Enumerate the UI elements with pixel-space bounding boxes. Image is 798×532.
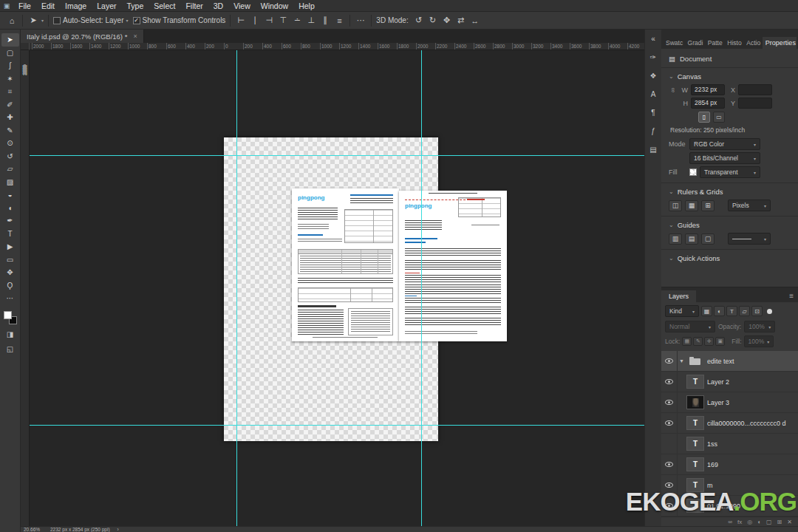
brush-tool[interactable]: ✎: [1, 124, 19, 137]
panel-tab[interactable]: Patte: [705, 37, 724, 49]
show-transform-checkbox[interactable]: ✓: [133, 17, 140, 24]
filter-type-icon[interactable]: T: [726, 306, 737, 316]
history-brush-tool[interactable]: ↺: [1, 150, 19, 163]
layer-effects-icon[interactable]: fx: [737, 519, 742, 525]
align-center-h-icon[interactable]: ∣: [249, 16, 261, 25]
align-middle-icon[interactable]: ∸: [291, 16, 303, 25]
statement-page-2[interactable]: pingpong: [399, 191, 507, 341]
filter-adjustment-icon[interactable]: ◐: [714, 306, 725, 316]
edit-toolbar-icon[interactable]: ⋯: [1, 292, 19, 305]
lasso-tool[interactable]: ʃ: [1, 59, 19, 72]
filter-toggle-icon[interactable]: [767, 309, 772, 314]
move-tool[interactable]: ➤: [1, 33, 19, 47]
link-dimensions-icon[interactable]: ∞: [669, 87, 677, 92]
panel-tab[interactable]: Gradi: [685, 37, 705, 49]
layer-fill-select[interactable]: 100% ▾: [744, 335, 774, 347]
3d-scale-icon[interactable]: ↔: [469, 16, 481, 25]
menu-item[interactable]: Layer: [92, 0, 121, 12]
menu-item[interactable]: 3D: [208, 0, 228, 12]
libraries-icon[interactable]: ▤: [647, 143, 661, 155]
layer-row[interactable]: ▼ cilla0000000...cccccccc0 d: [661, 413, 798, 434]
hand-tool[interactable]: ✥: [1, 266, 19, 279]
layer-row[interactable]: ▼ Layer 3: [661, 392, 798, 413]
brushes-icon[interactable]: ❖: [647, 69, 661, 81]
lock-transparency-icon[interactable]: ▦: [682, 337, 692, 346]
quick-mask-button[interactable]: ◨: [1, 329, 19, 341]
horizontal-ruler[interactable]: 2000180016001400120010008006004002000200…: [30, 43, 644, 50]
paragraph-panel-icon[interactable]: ¶: [647, 106, 661, 118]
close-icon[interactable]: ×: [133, 33, 137, 40]
guide-style-select[interactable]: ▾: [728, 233, 771, 245]
eyedropper-tool[interactable]: ✐: [1, 98, 19, 112]
visibility-toggle[interactable]: [661, 392, 678, 412]
panel-tab[interactable]: Swatc: [663, 37, 685, 49]
fill-select[interactable]: Transparent ▾: [700, 166, 760, 178]
lock-all-icon[interactable]: ▣: [715, 337, 725, 346]
layer-row[interactable]: ▼ 1ss: [661, 434, 798, 454]
blur-tool[interactable]: ◒: [1, 188, 19, 202]
y-field[interactable]: [738, 98, 772, 109]
lock-guides-icon[interactable]: ▤: [685, 233, 698, 245]
visibility-toggle[interactable]: [661, 454, 678, 474]
new-guide-layout-icon[interactable]: ▥: [669, 233, 682, 245]
more-options-icon[interactable]: ⋯: [355, 16, 366, 25]
menu-item[interactable]: View: [228, 0, 256, 12]
path-select-tool[interactable]: ▶: [1, 240, 19, 253]
canvas-section-header[interactable]: ⌄ Canvas: [669, 72, 791, 81]
menu-item[interactable]: Image: [60, 0, 92, 12]
clear-guides-icon[interactable]: ▢: [701, 233, 715, 245]
guides-section-header[interactable]: ⌄ Guides: [669, 221, 791, 229]
panel-tab[interactable]: Histo: [724, 37, 743, 49]
visibility-toggle[interactable]: [661, 351, 678, 371]
align-right-icon[interactable]: ⊣: [263, 16, 275, 25]
quick-actions-section-header[interactable]: ⌄ Quick Actions: [669, 254, 791, 262]
layer-row[interactable]: ▼ edite text: [661, 351, 798, 372]
menu-item[interactable]: Window: [256, 0, 293, 12]
opacity-select[interactable]: 100% ▾: [744, 321, 775, 332]
marquee-tool[interactable]: ▢: [1, 47, 19, 60]
visibility-toggle[interactable]: [661, 434, 678, 454]
guide-vertical[interactable]: [236, 50, 237, 527]
auto-select-dropdown[interactable]: Layer ▾: [106, 16, 129, 24]
panel-tab[interactable]: Actio: [743, 37, 763, 49]
filter-shape-icon[interactable]: ▱: [739, 306, 750, 316]
character-panel-icon[interactable]: A: [647, 88, 661, 100]
menu-item[interactable]: Edit: [36, 0, 60, 12]
color-swatches[interactable]: [2, 310, 18, 326]
height-field[interactable]: 2854 px: [691, 98, 725, 109]
3d-pan-icon[interactable]: ✥: [441, 16, 453, 25]
layer-row[interactable]: ▼ Layer 2: [661, 372, 798, 392]
visibility-toggle[interactable]: [661, 413, 678, 433]
align-left-icon[interactable]: ⊢: [235, 16, 247, 25]
layer-mask-icon[interactable]: ◎: [747, 519, 752, 525]
pen-tool[interactable]: ✒: [1, 214, 19, 228]
layer-filter-kind-select[interactable]: Kind ▾: [665, 305, 699, 317]
brush-settings-icon[interactable]: ✑: [647, 51, 661, 63]
lock-position-icon[interactable]: ✛: [704, 337, 714, 346]
3d-slide-icon[interactable]: ⇄: [455, 16, 467, 25]
menu-item[interactable]: Help: [293, 0, 320, 12]
new-layer-icon[interactable]: ⊞: [777, 519, 782, 525]
3d-rotate-icon[interactable]: ↺: [413, 16, 425, 25]
filter-smart-object-icon[interactable]: ⊡: [751, 306, 763, 316]
magic-wand-tool[interactable]: ✶: [1, 72, 19, 86]
layer-row[interactable]: ▼ 169: [661, 454, 798, 475]
align-bottom-icon[interactable]: ⊥: [305, 16, 317, 25]
layers-tab[interactable]: Layers: [661, 290, 696, 302]
screen-mode-button[interactable]: ◱: [1, 344, 19, 355]
distribute-v-icon[interactable]: ≡: [333, 16, 345, 25]
3d-roll-icon[interactable]: ↻: [427, 16, 439, 25]
guide-vertical[interactable]: [421, 50, 422, 527]
adjustment-layer-icon[interactable]: ◐: [757, 519, 761, 525]
ruler-origin[interactable]: [21, 43, 30, 50]
units-select[interactable]: Pixels ▾: [728, 200, 771, 211]
menu-item[interactable]: Filter: [180, 0, 208, 12]
align-top-icon[interactable]: ⊤: [277, 16, 289, 25]
canvas-viewport[interactable]: pingpong pingpong: [30, 50, 644, 527]
menu-item[interactable]: File: [13, 0, 36, 12]
guide-horizontal[interactable]: [30, 155, 644, 156]
dodge-tool[interactable]: ◖: [1, 202, 19, 215]
landscape-orientation-button[interactable]: ▭: [713, 112, 725, 123]
link-layers-icon[interactable]: ∞: [728, 519, 732, 525]
bit-depth-select[interactable]: 16 Bits/Channel ▾: [689, 152, 760, 164]
